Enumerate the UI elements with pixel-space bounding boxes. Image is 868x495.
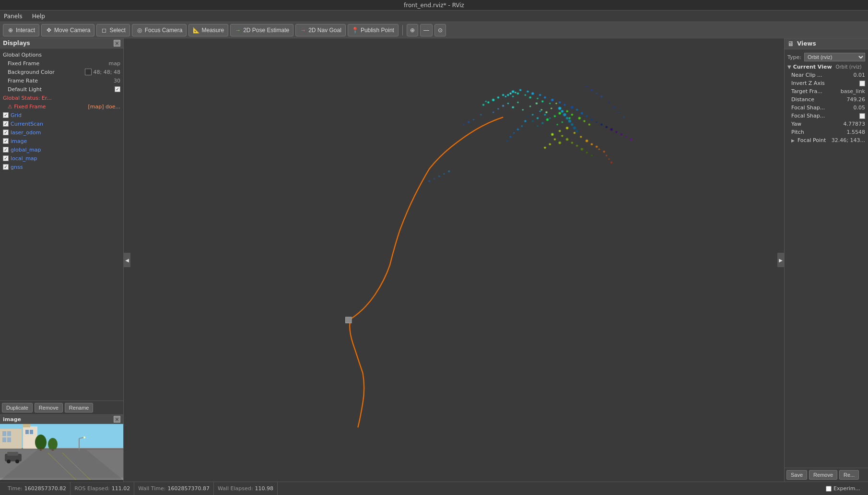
displays-close-button[interactable]: ✕ <box>114 40 120 47</box>
toolbar-extra-1[interactable]: ⊕ <box>407 24 418 36</box>
frame-rate-row[interactable]: Frame Rate 30 <box>0 76 123 85</box>
wall-time-label: Wall Time: <box>138 485 165 492</box>
svg-point-102 <box>517 102 518 103</box>
svg-rect-8 <box>2 437 6 442</box>
global-map-checkbox[interactable] <box>3 147 9 153</box>
experiment-checkbox[interactable] <box>826 486 832 492</box>
toolbar-extra-3[interactable]: ⊙ <box>434 24 446 36</box>
svg-point-109 <box>473 119 474 120</box>
default-light-row[interactable]: Default Light <box>0 85 123 94</box>
fixed-frame-row[interactable]: Fixed Frame map <box>0 59 123 68</box>
nav-goal-button[interactable]: → 2D Nav Goal <box>295 24 346 36</box>
global-status-label: Global Status: Er... <box>3 95 120 101</box>
gnss-row[interactable]: gnss <box>0 163 123 171</box>
focal-shape-size-row[interactable]: Focal Shap... 0.05 <box>785 104 868 112</box>
yaw-row[interactable]: Yaw 4.77873 <box>785 120 868 128</box>
views-type-select[interactable]: Orbit (rviz) <box>804 53 865 61</box>
menu-panels[interactable]: Panels <box>2 12 24 21</box>
background-color-box[interactable] <box>85 69 92 75</box>
svg-point-55 <box>485 101 487 102</box>
collapse-right-arrow[interactable]: ▶ <box>777 253 784 267</box>
svg-point-144 <box>576 145 578 147</box>
target-frame-value: base_link <box>841 88 865 94</box>
nav-goal-icon: → <box>300 27 306 34</box>
views-rename-button[interactable]: Re... <box>839 470 859 480</box>
pitch-label: Pitch <box>791 129 845 135</box>
fixed-frame-error-row[interactable]: ⚠ Fixed Frame [map] doe... <box>0 102 123 111</box>
grid-checkbox[interactable] <box>3 112 9 118</box>
pitch-row[interactable]: Pitch 1.5548 <box>785 128 868 136</box>
displays-header: Displays ✕ <box>0 38 123 48</box>
background-color-row[interactable]: Background Color 48; 48; 48 <box>0 68 123 76</box>
views-panel: 🖥 Views Type: Orbit (rviz) ▼ Current Vie… <box>784 38 868 482</box>
global-status-row[interactable]: Global Status: Er... <box>0 94 123 102</box>
current-view-arrow[interactable]: ▼ <box>787 64 791 70</box>
svg-point-82 <box>574 132 575 134</box>
current-scan-label: CurrentScan <box>11 121 120 127</box>
image-row[interactable]: image <box>0 137 123 145</box>
local-map-checkbox[interactable] <box>3 155 9 161</box>
yaw-value: 4.77873 <box>844 121 866 127</box>
views-save-button[interactable]: Save <box>786 470 807 480</box>
focus-camera-button[interactable]: ◎ Focus Camera <box>132 24 187 36</box>
svg-point-38 <box>563 104 565 106</box>
svg-point-29 <box>507 94 509 96</box>
svg-point-128 <box>517 129 519 130</box>
global-map-row[interactable]: global_map <box>0 145 123 154</box>
target-frame-row[interactable]: Target Fra... base_link <box>785 87 868 95</box>
near-clip-row[interactable]: Near Clip ... 0.01 <box>785 71 868 79</box>
invert-z-checkbox[interactable] <box>859 81 865 86</box>
publish-point-button[interactable]: 📍 Publish Point <box>348 24 399 36</box>
experiment-status[interactable]: Experim... <box>822 482 864 495</box>
collapse-left-arrow[interactable]: ◀ <box>124 253 130 267</box>
image-checkbox[interactable] <box>3 138 9 144</box>
focal-shape-checkbox[interactable] <box>859 113 865 119</box>
svg-point-42 <box>525 94 526 96</box>
views-remove-button[interactable]: Remove <box>809 470 837 480</box>
svg-point-67 <box>630 138 632 140</box>
gnss-checkbox[interactable] <box>3 164 9 170</box>
rename-display-button[interactable]: Rename <box>65 403 94 412</box>
svg-point-74 <box>584 120 586 122</box>
time-label: Time: <box>8 485 23 492</box>
svg-point-154 <box>618 111 620 113</box>
local-map-row[interactable]: local_map <box>0 154 123 163</box>
measure-button[interactable]: 📐 Measure <box>188 24 228 36</box>
select-button[interactable]: ◻ Select <box>96 24 129 36</box>
svg-point-76 <box>562 121 563 123</box>
toolbar-extra-2[interactable]: — <box>420 24 433 36</box>
svg-point-30 <box>512 90 514 93</box>
default-light-checkbox[interactable] <box>115 86 120 92</box>
svg-point-93 <box>573 127 576 130</box>
image-panel-close[interactable]: ✕ <box>114 416 120 423</box>
distance-row[interactable]: Distance 749.26 <box>785 95 868 104</box>
svg-point-89 <box>563 113 566 116</box>
pose-estimate-button[interactable]: → 2D Pose Estimate <box>230 24 293 36</box>
views-header: 🖥 Views <box>785 38 868 49</box>
svg-point-49 <box>497 96 499 98</box>
invert-z-row[interactable]: Invert Z Axis <box>785 79 868 87</box>
laser-odom-checkbox[interactable] <box>3 130 9 135</box>
laser-odom-row[interactable]: laser_odom <box>0 128 123 137</box>
focal-point-arrow[interactable]: ▶ <box>791 138 795 143</box>
grid-row[interactable]: Grid <box>0 111 123 119</box>
svg-point-37 <box>559 101 561 103</box>
remove-display-button[interactable]: Remove <box>35 403 63 412</box>
global-options-row[interactable]: Global Options <box>0 50 123 59</box>
menu-help[interactable]: Help <box>30 12 47 21</box>
current-scan-row[interactable]: CurrentScan <box>0 119 123 128</box>
svg-point-138 <box>438 175 440 177</box>
svg-point-36 <box>551 99 553 101</box>
3d-viewport[interactable]: ◀ ▶ <box>124 38 784 482</box>
focus-camera-icon: ◎ <box>136 27 143 34</box>
focal-point-row[interactable]: ▶ Focal Point 32.46; 143... <box>785 136 868 144</box>
current-scan-checkbox[interactable] <box>3 121 9 127</box>
svg-point-140 <box>448 170 450 172</box>
duplicate-button[interactable]: Duplicate <box>2 403 33 412</box>
svg-point-112 <box>598 148 600 150</box>
focal-shape-enabled-row[interactable]: Focal Shap... <box>785 112 868 120</box>
fixed-frame-value: map <box>109 60 120 67</box>
interact-button[interactable]: ⊕ Interact <box>3 24 39 36</box>
svg-point-99 <box>545 111 547 113</box>
move-camera-button[interactable]: ✥ Move Camera <box>41 24 94 36</box>
